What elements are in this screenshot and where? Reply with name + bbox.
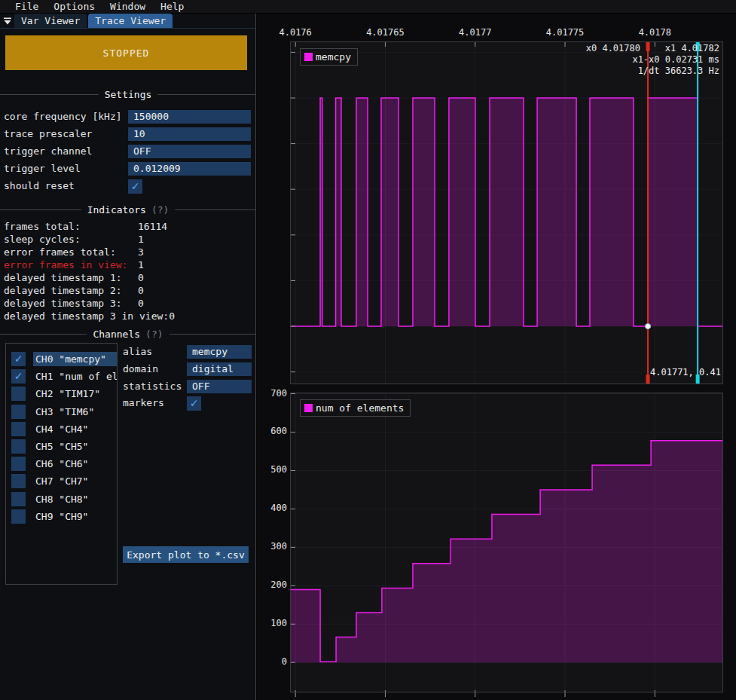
x-axis-tick-label: 4.0178 bbox=[625, 27, 685, 38]
indicator-value: 0 bbox=[138, 297, 144, 310]
indicator-label: delayed timestamp 1: bbox=[4, 271, 138, 284]
y-axis-tick-label: 500 bbox=[261, 464, 287, 475]
channels-header: Channels (?) bbox=[0, 329, 256, 340]
marker-x0-readout: x0 4.01780 bbox=[586, 43, 640, 53]
channel-row-ch1[interactable]: ✓CH1 "num of elements" bbox=[11, 369, 117, 384]
trace-prescaler-label: trace prescaler bbox=[4, 127, 92, 141]
statistics-label: statistics bbox=[123, 380, 182, 393]
legend-num-of-elements[interactable]: num of elements bbox=[300, 399, 411, 417]
should-reset-checkbox[interactable]: ✓ bbox=[128, 179, 142, 194]
indicator-row: sleep cycles:1 bbox=[4, 233, 252, 246]
y-axis-tick-label: 300 bbox=[261, 541, 287, 552]
trigger-level-label: trigger level bbox=[4, 162, 81, 176]
chevron-down-icon bbox=[3, 17, 12, 26]
tab-var-viewer[interactable]: Var Viewer bbox=[14, 14, 87, 28]
indicator-label: delayed timestamp 2: bbox=[4, 284, 138, 297]
channel-row-ch2[interactable]: CH2 "TIM17" bbox=[11, 387, 117, 401]
channel-label[interactable]: CH7 "CH7" bbox=[33, 474, 117, 488]
channel-checkbox[interactable]: ✓ bbox=[11, 369, 26, 384]
menu-help[interactable]: Help bbox=[153, 1, 191, 12]
y-axis-tick-label: 0 bbox=[261, 656, 287, 667]
indicator-row: delayed timestamp 3 in view:0 bbox=[4, 310, 252, 322]
trace-prescaler-input[interactable]: 10 bbox=[128, 127, 251, 141]
indicator-value: 16114 bbox=[138, 220, 167, 233]
channel-label[interactable]: CH1 "num of elements" bbox=[33, 369, 117, 384]
indicator-label: sleep cycles: bbox=[4, 233, 138, 246]
indicator-label: delayed timestamp 3: bbox=[4, 297, 138, 310]
check-icon: ✓ bbox=[15, 353, 23, 365]
domain-combo[interactable]: digital bbox=[187, 362, 252, 376]
indicators-title: Indicators bbox=[87, 204, 146, 216]
indicator-row: delayed timestamp 1:0 bbox=[4, 271, 252, 284]
channel-label[interactable]: CH5 "CH5" bbox=[33, 439, 117, 454]
settings-title: Settings bbox=[105, 89, 152, 100]
channels-title: Channels bbox=[93, 329, 140, 340]
app-window: File Options Window Help Var Viewer Trac… bbox=[0, 0, 736, 700]
channel-listbox: ✓CH0 "memcpy"✓CH1 "num of elements"CH2 "… bbox=[5, 343, 118, 585]
channel-label[interactable]: CH9 "CH9" bbox=[33, 509, 117, 524]
channel-checkbox[interactable] bbox=[11, 492, 26, 506]
channel-checkbox[interactable]: ✓ bbox=[11, 352, 26, 366]
trigger-channel-combo[interactable]: OFF bbox=[128, 145, 251, 158]
channels-help-icon[interactable]: (?) bbox=[145, 329, 163, 340]
channel-label[interactable]: CH8 "CH8" bbox=[33, 492, 117, 506]
indicators-help-icon[interactable]: (?) bbox=[151, 204, 169, 216]
channel-label[interactable]: CH3 "TIM6" bbox=[33, 405, 117, 419]
channel-checkbox[interactable] bbox=[11, 422, 26, 436]
core-frequency-label: core frequency [kHz] bbox=[4, 110, 122, 124]
y-axis-tick-label: 100 bbox=[261, 618, 287, 628]
statistics-combo[interactable]: OFF bbox=[187, 380, 252, 393]
trigger-channel-label: trigger channel bbox=[4, 145, 92, 158]
indicator-row: delayed timestamp 2:0 bbox=[4, 284, 252, 297]
x-axis-tick-label: 4.0176 bbox=[265, 27, 325, 38]
indicator-value: 0 bbox=[138, 271, 144, 284]
channel-label[interactable]: CH2 "TIM17" bbox=[33, 387, 117, 401]
menu-options[interactable]: Options bbox=[46, 1, 102, 12]
channel-checkbox[interactable] bbox=[11, 387, 26, 401]
channel-checkbox[interactable] bbox=[11, 457, 26, 471]
tab-overflow-button[interactable] bbox=[0, 14, 14, 28]
channel-label[interactable]: CH4 "CH4" bbox=[33, 422, 117, 436]
channel-checkbox[interactable] bbox=[11, 405, 26, 419]
check-icon: ✓ bbox=[15, 370, 23, 382]
marker-frequency-readout: 1/dt 36623.3 Hz bbox=[638, 66, 719, 76]
channel-checkbox[interactable] bbox=[11, 509, 26, 524]
channel-checkbox[interactable] bbox=[11, 439, 26, 454]
channel-row-ch8[interactable]: CH8 "CH8" bbox=[11, 492, 117, 506]
sidebar: Var Viewer Trace Viewer STOPPED Settings… bbox=[0, 14, 256, 700]
tab-trace-viewer[interactable]: Trace Viewer bbox=[88, 14, 173, 28]
indicator-label: frames total: bbox=[4, 220, 138, 233]
channel-row-ch4[interactable]: CH4 "CH4" bbox=[11, 422, 117, 436]
trace-plot-digital[interactable] bbox=[290, 41, 723, 384]
menu-bar: File Options Window Help bbox=[0, 0, 736, 14]
indicator-value: 0 bbox=[169, 310, 175, 322]
export-csv-button[interactable]: Export plot to *.csv bbox=[123, 546, 249, 563]
channel-row-ch0[interactable]: ✓CH0 "memcpy" bbox=[11, 352, 117, 366]
channel-checkbox[interactable] bbox=[11, 474, 26, 488]
channel-row-ch5[interactable]: CH5 "CH5" bbox=[11, 439, 117, 454]
acquisition-state-button[interactable]: STOPPED bbox=[5, 35, 247, 70]
channel-label[interactable]: CH6 "CH6" bbox=[33, 457, 117, 471]
y-axis-tick-label: 700 bbox=[261, 388, 287, 399]
indicator-label: error frames total: bbox=[4, 246, 138, 258]
markers-checkbox[interactable]: ✓ bbox=[187, 396, 201, 411]
channel-row-ch7[interactable]: CH7 "CH7" bbox=[11, 474, 117, 488]
trace-plot-analog[interactable] bbox=[290, 393, 723, 698]
menu-window[interactable]: Window bbox=[102, 1, 153, 12]
settings-header: Settings bbox=[0, 89, 256, 100]
x-axis-tick-label: 4.0177 bbox=[445, 27, 505, 38]
channel-row-ch9[interactable]: CH9 "CH9" bbox=[11, 509, 117, 524]
channel-label[interactable]: CH0 "memcpy" bbox=[33, 352, 117, 366]
channel-row-ch3[interactable]: CH3 "TIM6" bbox=[11, 405, 117, 419]
markers-label: markers bbox=[123, 396, 164, 410]
indicator-row: error frames in view:1 bbox=[4, 258, 252, 271]
indicator-row: frames total:16114 bbox=[4, 220, 252, 233]
channel-row-ch6[interactable]: CH6 "CH6" bbox=[11, 457, 117, 471]
alias-input[interactable]: memcpy bbox=[187, 345, 252, 359]
core-frequency-input[interactable]: 150000 bbox=[128, 110, 251, 124]
legend-swatch-icon bbox=[304, 53, 313, 61]
check-icon: ✓ bbox=[132, 180, 139, 192]
legend-memcpy[interactable]: memcpy bbox=[300, 48, 358, 66]
trigger-level-input[interactable]: 0.012009 bbox=[128, 162, 251, 176]
menu-file[interactable]: File bbox=[8, 1, 46, 12]
